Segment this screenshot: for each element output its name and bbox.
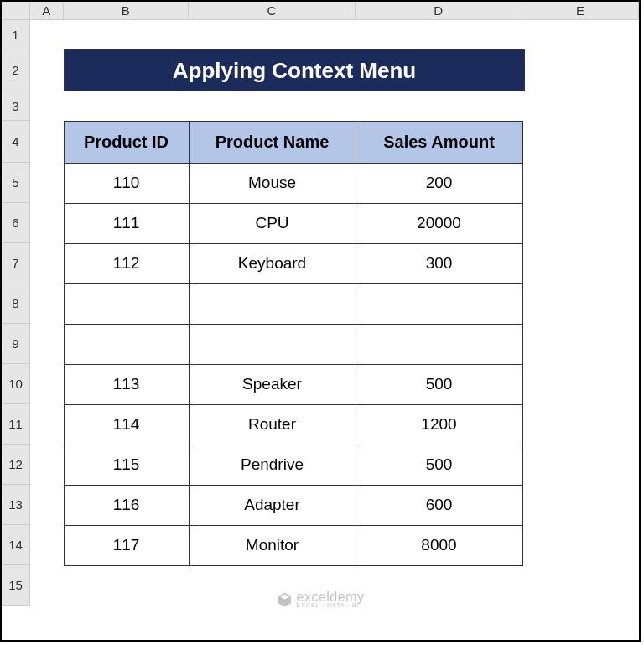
cell-amount[interactable]: 8000	[356, 525, 523, 566]
cell-id[interactable]: 110	[64, 163, 190, 204]
col-header-a[interactable]: A	[30, 2, 64, 19]
cell-name[interactable]: Keyboard	[189, 243, 356, 284]
cell-empty[interactable]	[356, 283, 523, 325]
row-header-12[interactable]: 12	[2, 445, 30, 485]
cell-amount[interactable]: 500	[356, 445, 523, 486]
data-table: Product ID Product Name Sales Amount 110…	[64, 121, 525, 565]
col-header-b[interactable]: B	[64, 2, 189, 19]
cell-empty[interactable]	[189, 324, 356, 365]
row-header-5[interactable]: 5	[2, 163, 30, 203]
col-header-c[interactable]: C	[189, 2, 356, 19]
cell-amount[interactable]: 600	[356, 485, 523, 526]
row-header-11[interactable]: 11	[2, 404, 30, 445]
row-headers-col: 1 2 3 4 5 6 7 8 9 10 11 12 13 14 15	[2, 20, 30, 606]
select-all-corner[interactable]	[2, 2, 30, 19]
cell-name[interactable]: Monitor	[189, 525, 356, 566]
cell-amount[interactable]: 1200	[356, 404, 523, 445]
cell-amount[interactable]: 500	[356, 364, 523, 405]
row-header-7[interactable]: 7	[2, 243, 30, 283]
cell-empty[interactable]	[64, 283, 190, 325]
watermark-subtext: EXCEL · DATA · BI	[297, 602, 360, 608]
cell-id[interactable]: 112	[64, 243, 190, 284]
table-row: 114 Router 1200	[64, 404, 525, 445]
row-header-4[interactable]: 4	[2, 121, 30, 163]
row-header-8[interactable]: 8	[2, 283, 30, 324]
row-header-15[interactable]: 15	[2, 565, 30, 606]
table-row: 110 Mouse 200	[64, 163, 525, 203]
row-header-9[interactable]: 9	[2, 324, 30, 364]
cell-empty[interactable]	[189, 283, 356, 325]
spreadsheet-frame: A B C D E 1 2 3 4 5 6 7 8 9 10 11 12 13 …	[0, 0, 641, 642]
cell-amount[interactable]: 300	[356, 243, 523, 284]
cell-amount[interactable]: 200	[356, 163, 523, 204]
row-header-10[interactable]: 10	[2, 364, 30, 404]
cell-grid[interactable]: Applying Context Menu Product ID Product…	[30, 20, 639, 606]
cell-id[interactable]: 115	[64, 445, 190, 486]
cell-name[interactable]: CPU	[189, 203, 356, 244]
cell-id[interactable]: 117	[64, 525, 190, 566]
table-row: 111 CPU 20000	[64, 203, 525, 243]
cell-name[interactable]: Router	[189, 404, 356, 445]
header-product-name[interactable]: Product Name	[189, 121, 356, 164]
row-header-14[interactable]: 14	[2, 525, 30, 565]
header-sales-amount[interactable]: Sales Amount	[356, 121, 523, 164]
row-header-2[interactable]: 2	[2, 49, 30, 91]
row-header-13[interactable]: 13	[2, 485, 30, 525]
table-row: 115 Pendrive 500	[64, 445, 525, 485]
cell-id[interactable]: 111	[64, 203, 190, 244]
cell-name[interactable]: Pendrive	[189, 445, 356, 486]
table-row: 116 Adapter 600	[64, 485, 525, 525]
header-product-id[interactable]: Product ID	[64, 121, 190, 164]
cell-name[interactable]: Adapter	[189, 485, 356, 526]
table-row-empty	[64, 324, 525, 364]
row-header-1[interactable]: 1	[2, 20, 30, 49]
table-row-empty	[64, 283, 525, 324]
col-header-e[interactable]: E	[522, 2, 639, 19]
cell-empty[interactable]	[64, 324, 190, 365]
cell-empty[interactable]	[356, 324, 523, 365]
table-row: 113 Speaker 500	[64, 364, 525, 404]
watermark-icon	[277, 591, 293, 608]
watermark: exceldemy EXCEL · DATA · BI	[277, 590, 365, 608]
cell-id[interactable]: 116	[64, 485, 190, 526]
cell-id[interactable]: 113	[64, 364, 190, 405]
row-header-3[interactable]: 3	[2, 91, 30, 121]
cell-id[interactable]: 114	[64, 404, 190, 445]
col-header-d[interactable]: D	[356, 2, 522, 19]
cell-name[interactable]: Mouse	[189, 163, 356, 204]
table-row: 112 Keyboard 300	[64, 243, 525, 283]
title-banner[interactable]: Applying Context Menu	[64, 49, 525, 91]
column-headers-row: A B C D E	[2, 2, 639, 20]
row-header-6[interactable]: 6	[2, 203, 30, 243]
cell-name[interactable]: Speaker	[189, 364, 356, 405]
table-header-row: Product ID Product Name Sales Amount	[64, 121, 525, 163]
cell-amount[interactable]: 20000	[356, 203, 523, 244]
table-row: 117 Monitor 8000	[64, 525, 525, 565]
